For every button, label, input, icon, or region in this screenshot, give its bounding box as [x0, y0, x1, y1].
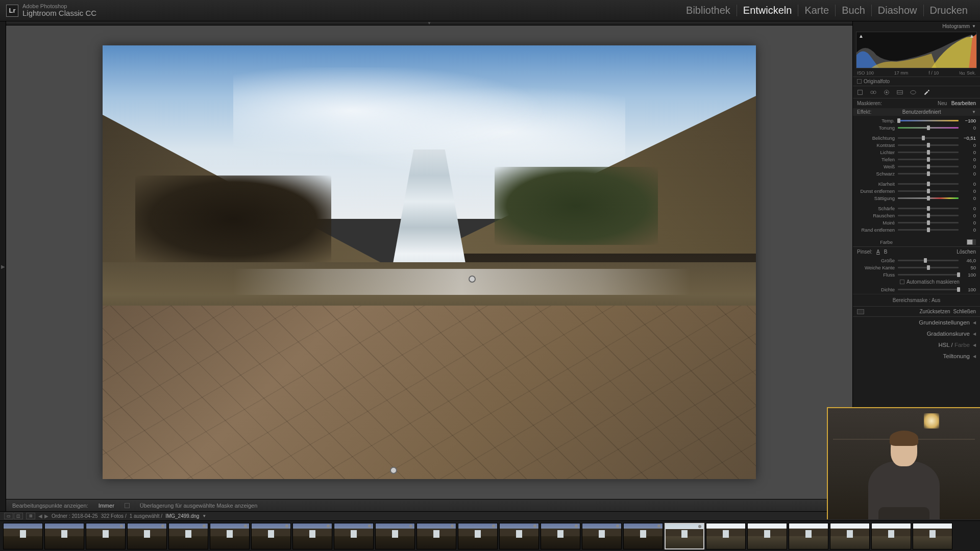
- module-library[interactable]: Bibliothek: [680, 5, 737, 16]
- color-swatch[interactable]: [967, 239, 976, 245]
- effect-preset[interactable]: Benutzerdefiniert: [874, 109, 969, 115]
- panel-hsl[interactable]: HSL / Farbe◀: [853, 339, 980, 350]
- filmstrip-thumb[interactable]: [747, 523, 787, 549]
- slider-brush-size[interactable]: Größe46,0: [857, 257, 976, 264]
- filmstrip-thumb[interactable]: [706, 523, 746, 549]
- effect-preset-row[interactable]: Effekt: Benutzerdefiniert ▼: [853, 108, 980, 116]
- module-slideshow[interactable]: Diashow: [872, 5, 924, 16]
- filmstrip-thumb[interactable]: [416, 523, 456, 549]
- panel-basic[interactable]: Grundeinstellungen◀: [853, 317, 980, 328]
- filmstrip-thumb[interactable]: [3, 523, 43, 549]
- slider-blacks[interactable]: Schwarz0: [857, 170, 976, 177]
- filmstrip-thumb[interactable]: [86, 523, 126, 549]
- slider-saturation[interactable]: Sättigung0: [857, 194, 976, 202]
- brush-a[interactable]: A: [876, 249, 880, 255]
- filmstrip-thumb[interactable]: [871, 523, 911, 549]
- filmstrip-thumb[interactable]: [830, 523, 870, 549]
- slider-whites[interactable]: Weiß0: [857, 163, 976, 170]
- mask-edit[interactable]: Bearbeiten: [951, 101, 976, 106]
- mask-new[interactable]: Neu: [938, 101, 947, 106]
- canvas-inner: [6, 26, 852, 499]
- overlay-checkbox[interactable]: [125, 503, 130, 508]
- close-button[interactable]: Schließen: [953, 309, 976, 314]
- local-adjust-sliders: Temp.−100 Tonung0 Belichtung−0,51 Kontra…: [853, 116, 980, 237]
- mask-label: Maskieren:: [857, 101, 882, 106]
- selected-count: 1 ausgewählt /: [130, 513, 163, 519]
- slider-shadows[interactable]: Tiefen0: [857, 156, 976, 163]
- webcam-overlay: [827, 407, 980, 519]
- view-grid-icon[interactable]: ⊞: [26, 513, 35, 519]
- top-expand-handle[interactable]: ▼: [6, 21, 852, 26]
- pins-show-mode[interactable]: Immer: [99, 503, 114, 509]
- slider-brush-feather[interactable]: Weiche Kante50: [857, 264, 976, 271]
- filmstrip-thumb[interactable]: [458, 523, 498, 549]
- view-compare[interactable]: ◫: [14, 513, 23, 519]
- brush-tool-icon[interactable]: [922, 88, 930, 96]
- brush-b[interactable]: B: [884, 249, 888, 255]
- filmstrip-thumb[interactable]: [168, 523, 208, 549]
- panel-toggle[interactable]: [857, 309, 864, 314]
- filmstrip-thumb[interactable]: [582, 523, 622, 549]
- slider-temp[interactable]: Temp.−100: [857, 117, 976, 124]
- slider-contrast[interactable]: Kontrast0: [857, 141, 976, 148]
- filmstrip-thumb[interactable]: [292, 523, 332, 549]
- crop-tool-icon[interactable]: [856, 88, 864, 96]
- brush-erase[interactable]: Löschen: [957, 249, 976, 255]
- brush-label: Pinsel:: [857, 249, 872, 255]
- chevron-down-icon[interactable]: ▼: [202, 514, 206, 518]
- auto-mask-row[interactable]: Automatisch maskieren: [857, 278, 976, 286]
- original-checkbox[interactable]: [857, 79, 862, 84]
- slider-moire[interactable]: Moiré0: [857, 219, 976, 226]
- filmstrip-thumb[interactable]: [334, 523, 374, 549]
- filmstrip-thumb[interactable]: [623, 523, 663, 549]
- filmstrip-thumb[interactable]: [210, 523, 250, 549]
- slider-highlights[interactable]: Lichter0: [857, 148, 976, 156]
- slider-clarity[interactable]: Klarheit0: [857, 180, 976, 187]
- filmstrip-thumb[interactable]: [789, 523, 828, 549]
- histogram-header[interactable]: Histogramm▼: [853, 21, 980, 31]
- slider-exposure[interactable]: Belichtung−0,51: [857, 134, 976, 141]
- radial-tool-icon[interactable]: [909, 88, 917, 96]
- range-mask-row[interactable]: Bereichsmaske : Aus: [853, 294, 980, 306]
- nav-prev[interactable]: ◀: [38, 513, 42, 519]
- filmstrip-thumb[interactable]: [913, 523, 952, 549]
- current-filename[interactable]: IMG_2499.dng: [165, 513, 199, 519]
- histogram[interactable]: ▲ ▲: [856, 32, 977, 68]
- slider-sharpness[interactable]: Schärfe0: [857, 205, 976, 212]
- filmstrip-thumb[interactable]: [251, 523, 291, 549]
- view-loupe[interactable]: ▭: [4, 513, 13, 519]
- filmstrip-thumb[interactable]: [44, 523, 84, 549]
- canvas-footer: Bearbeitungspunkte anzeigen: Immer Überl…: [6, 499, 852, 511]
- module-print[interactable]: Drucken: [924, 5, 974, 16]
- spot-tool-icon[interactable]: [869, 88, 877, 96]
- auto-mask-checkbox[interactable]: [900, 280, 904, 284]
- slider-defringe[interactable]: Rand entfernen0: [857, 226, 976, 233]
- slider-noise[interactable]: Rauschen0: [857, 212, 976, 219]
- panel-tonecurve[interactable]: Gradationskurve◀: [853, 328, 980, 339]
- filmstrip-thumb[interactable]: [499, 523, 539, 549]
- module-book[interactable]: Buch: [836, 5, 872, 16]
- filmstrip-thumb[interactable]: [541, 523, 580, 549]
- redeye-tool-icon[interactable]: [883, 88, 891, 96]
- filmstrip[interactable]: [0, 521, 980, 551]
- filmstrip-thumb[interactable]: [375, 523, 415, 549]
- slider-brush-density[interactable]: Dichte100: [857, 286, 976, 293]
- panel-splittone[interactable]: Teiltonung◀: [853, 350, 980, 362]
- filmstrip-thumb[interactable]: [127, 523, 167, 549]
- module-develop[interactable]: Entwickeln: [737, 5, 799, 16]
- original-photo-row[interactable]: Originalfoto: [853, 77, 980, 86]
- left-collapse-handle[interactable]: ▶: [0, 21, 6, 511]
- module-map[interactable]: Karte: [798, 5, 836, 16]
- filmstrip-thumb[interactable]: [665, 523, 704, 549]
- range-mask-value[interactable]: Aus: [932, 297, 940, 303]
- slider-tint[interactable]: Tonung0: [857, 124, 976, 131]
- clip-highlights-icon[interactable]: ▲: [969, 33, 974, 39]
- adjustment-pin[interactable]: [469, 276, 476, 283]
- gradient-tool-icon[interactable]: [896, 88, 904, 96]
- slider-brush-flow[interactable]: Fluss100: [857, 271, 976, 278]
- reset-button[interactable]: Zurücksetzen: [920, 309, 950, 314]
- clip-shadows-icon[interactable]: ▲: [859, 33, 864, 39]
- slider-dehaze[interactable]: Dunst entfernen0: [857, 187, 976, 194]
- photo-preview[interactable]: [103, 45, 756, 479]
- nav-next[interactable]: ▶: [44, 513, 48, 519]
